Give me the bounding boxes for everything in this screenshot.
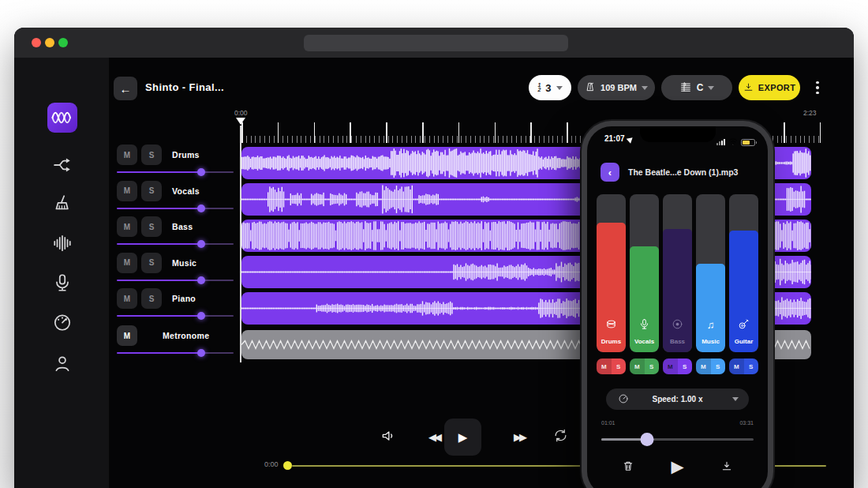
download-icon bbox=[743, 82, 754, 94]
drum-icon bbox=[597, 318, 626, 330]
solo-button[interactable]: S bbox=[678, 358, 693, 374]
volume-slider-thumb[interactable] bbox=[197, 240, 205, 248]
stem-column: Guitar M S bbox=[729, 194, 758, 374]
phone-clock: 21:07 bbox=[604, 134, 625, 143]
solo-button[interactable]: S bbox=[612, 358, 627, 374]
playhead-handle[interactable] bbox=[236, 118, 245, 125]
volume-slider[interactable] bbox=[117, 240, 234, 248]
mute-button[interactable]: M bbox=[696, 358, 711, 374]
solo-button[interactable]: S bbox=[645, 358, 660, 374]
zoom-window-button[interactable] bbox=[58, 38, 68, 47]
titlebar-pill bbox=[304, 35, 568, 51]
time-signature-button[interactable]: 12 3 bbox=[529, 75, 571, 100]
song-title: Shinto - Final... bbox=[145, 81, 224, 93]
track-label: Vocals bbox=[172, 186, 200, 196]
volume-slider[interactable] bbox=[117, 312, 234, 320]
solo-button[interactable]: S bbox=[711, 358, 726, 374]
solo-button[interactable]: S bbox=[141, 288, 162, 309]
phone-seek-slider[interactable] bbox=[601, 433, 754, 445]
solo-button[interactable]: S bbox=[744, 358, 759, 374]
loop-button[interactable] bbox=[551, 427, 570, 446]
volume-slider-thumb[interactable] bbox=[197, 276, 205, 284]
phone-total-time: 03:31 bbox=[739, 420, 754, 426]
stem-fader[interactable]: Bass bbox=[663, 194, 692, 352]
speed-button[interactable]: Speed: 1.00 x bbox=[606, 389, 749, 410]
waveform-icon[interactable] bbox=[51, 232, 73, 254]
mute-button[interactable]: M bbox=[117, 288, 137, 309]
stem-column: Vocals M S bbox=[630, 194, 659, 374]
close-window-button[interactable] bbox=[32, 38, 41, 47]
solo-button[interactable]: S bbox=[141, 145, 162, 165]
phone-current-time: 01:01 bbox=[601, 420, 615, 426]
app-window: ← Shinto - Final... 12 3 109 BPM C EXPOR… bbox=[14, 28, 854, 488]
time-signature-fraction: 12 bbox=[537, 83, 541, 92]
phone-back-button[interactable]: ‹ bbox=[600, 163, 619, 182]
volume-slider[interactable] bbox=[117, 276, 234, 284]
stem-label: Guitar bbox=[729, 338, 758, 345]
volume-button[interactable] bbox=[379, 427, 398, 446]
record-icon bbox=[663, 318, 692, 330]
stem-fader[interactable]: ♫ Music bbox=[696, 194, 725, 352]
export-button[interactable]: EXPORT bbox=[739, 75, 800, 100]
mute-button[interactable]: M bbox=[729, 358, 744, 374]
minimize-window-button[interactable] bbox=[45, 38, 54, 47]
rewind-button[interactable]: ◀◀ bbox=[422, 429, 446, 445]
bpm-button[interactable]: 109 BPM bbox=[578, 75, 655, 100]
cellular-signal-icon bbox=[716, 139, 725, 145]
play-button[interactable]: ▶ bbox=[444, 419, 481, 456]
solo-button[interactable]: S bbox=[141, 216, 162, 237]
mute-solo-pill[interactable]: M S bbox=[597, 358, 626, 374]
volume-slider[interactable] bbox=[117, 168, 234, 176]
phone-play-button[interactable]: ▶ bbox=[666, 456, 688, 477]
app-logo-waveform-icon[interactable] bbox=[47, 103, 77, 133]
key-button[interactable]: C bbox=[661, 75, 732, 100]
stem-fader[interactable]: Drums bbox=[597, 194, 626, 352]
volume-slider-thumb[interactable] bbox=[197, 349, 205, 357]
fast-forward-button[interactable]: ▶▶ bbox=[507, 429, 531, 445]
solo-button[interactable]: S bbox=[141, 181, 162, 201]
tempo-gauge-icon[interactable] bbox=[51, 311, 73, 333]
mute-solo-pill[interactable]: M S bbox=[696, 358, 725, 374]
phone-status-bar: 21:07 bbox=[587, 134, 768, 145]
mute-button[interactable]: M bbox=[597, 358, 612, 374]
mute-button[interactable]: M bbox=[117, 216, 137, 237]
back-button[interactable]: ← bbox=[114, 77, 137, 100]
mute-solo-pill[interactable]: M S bbox=[729, 358, 758, 374]
cleanup-brush-icon[interactable] bbox=[51, 193, 73, 215]
mute-button[interactable]: M bbox=[117, 253, 137, 273]
mute-button[interactable]: M bbox=[117, 325, 137, 346]
mute-button[interactable]: M bbox=[117, 145, 137, 165]
track-label: Bass bbox=[172, 222, 193, 231]
mute-solo-pill[interactable]: M S bbox=[630, 358, 659, 374]
mute-solo-pill[interactable]: M S bbox=[663, 358, 692, 374]
more-options-button[interactable] bbox=[810, 77, 825, 98]
volume-slider-thumb[interactable] bbox=[197, 168, 205, 176]
track-label: Drums bbox=[172, 150, 200, 160]
volume-slider-thumb[interactable] bbox=[197, 205, 205, 212]
delete-button[interactable] bbox=[617, 456, 639, 477]
stem-column: Bass M S bbox=[663, 194, 692, 374]
volume-slider-thumb[interactable] bbox=[197, 312, 205, 320]
play-icon: ▶ bbox=[671, 457, 683, 476]
stem-fader[interactable]: Guitar bbox=[729, 194, 758, 352]
wifi-icon bbox=[728, 135, 738, 149]
stem-column: ♫ Music M S bbox=[696, 194, 725, 374]
mute-button[interactable]: M bbox=[663, 358, 678, 374]
mic-icon bbox=[630, 318, 659, 330]
microphone-icon[interactable] bbox=[51, 272, 73, 294]
volume-slider[interactable] bbox=[117, 349, 234, 357]
phone-download-button[interactable] bbox=[716, 456, 738, 477]
account-icon[interactable] bbox=[51, 352, 73, 374]
track-row: M S Bass bbox=[117, 216, 235, 251]
progress-thumb[interactable] bbox=[283, 461, 292, 470]
mute-button[interactable]: M bbox=[630, 358, 645, 374]
stem-label: Bass bbox=[663, 338, 692, 345]
track-row: M S Music bbox=[117, 253, 235, 287]
split-stems-icon[interactable] bbox=[51, 154, 73, 176]
solo-button[interactable]: S bbox=[141, 253, 162, 273]
mute-button[interactable]: M bbox=[117, 181, 137, 201]
volume-slider[interactable] bbox=[117, 205, 234, 212]
stem-fader[interactable]: Vocals bbox=[630, 194, 659, 352]
stem-label: Vocals bbox=[630, 338, 659, 345]
note-icon: ♫ bbox=[696, 320, 725, 330]
